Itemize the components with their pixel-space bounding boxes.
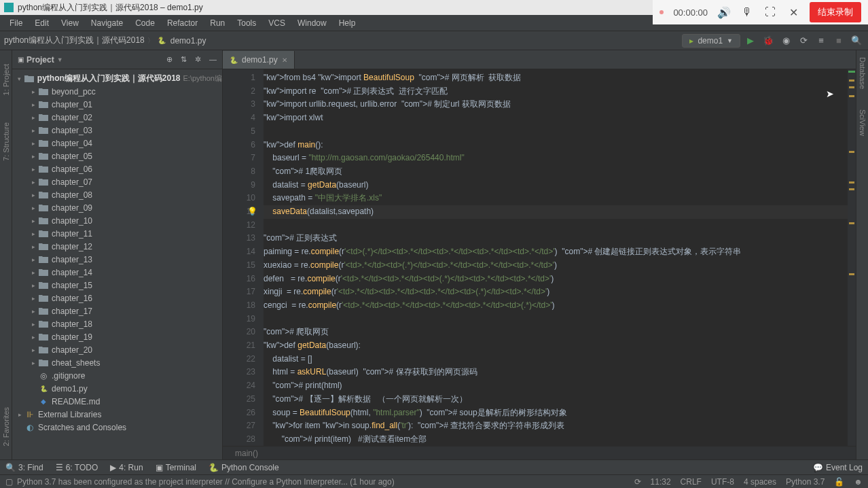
status-update-icon[interactable]: ⟳ [634, 477, 641, 487]
status-interpreter[interactable]: Python 3.7 [786, 477, 825, 487]
code-line[interactable]: "kw">from bs4 "kw">import BeautifulSoup … [264, 71, 848, 85]
fullscreen-icon[interactable]: ⛶ [763, 5, 777, 19]
tree-folder-chapter_11[interactable]: ▸chapter_11 [12, 227, 222, 240]
code-line[interactable]: "kw">import re "com"># 正则表达式 进行文字匹配 [264, 85, 848, 99]
tree-folder-chapter_09[interactable]: ▸chapter_09 [12, 201, 222, 214]
bottom-tab-todo[interactable]: ☰6: TODO [56, 463, 98, 472]
status-position[interactable]: 11:32 [651, 477, 671, 487]
hide-icon[interactable]: — [209, 55, 217, 64]
run-config-select[interactable]: ▸ demo1 ▼ [682, 34, 740, 48]
left-tab-project[interactable]: 1: Project [2, 64, 10, 95]
attach-button[interactable]: ≡ [814, 33, 829, 48]
code-line[interactable]: saveData(datalist,savepath) [264, 205, 848, 219]
code-line[interactable]: "com"># 【逐一】解析数据 （一个网页就解析一次） [264, 393, 848, 406]
close-recorder-icon[interactable]: ✕ [786, 5, 800, 19]
coverage-button[interactable]: ◉ [778, 33, 793, 48]
expand-icon[interactable]: ⇅ [181, 55, 187, 64]
status-notification-icon[interactable]: ▢ [5, 477, 13, 487]
tree-folder-chapter_12[interactable]: ▸chapter_12 [12, 240, 222, 253]
tree-folder-chapter_01[interactable]: ▸chapter_01 [12, 98, 222, 111]
code-line[interactable]: html = askURL(baseurl) "com"># 保存获取到的网页源… [264, 366, 848, 379]
tree-folder-chapter_16[interactable]: ▸chapter_16 [12, 292, 222, 304]
tree-folder-chapter_14[interactable]: ▸chapter_14 [12, 266, 222, 279]
tree-folder-chapter_18[interactable]: ▸chapter_18 [12, 317, 222, 330]
tree-root[interactable]: ▾python编程从入门到实践｜源代码2018E:\python编 [12, 72, 222, 85]
code-line[interactable]: "kw">def getData(baseurl): [264, 339, 848, 353]
code-line[interactable]: "com"># 正则表达式 [264, 232, 848, 245]
code-line[interactable]: xuexiao = re.compile(r'<td>.*</td><td>(.… [264, 259, 848, 273]
code-line[interactable]: datalist = [] [264, 353, 848, 366]
bottom-tab-run[interactable]: ▶4: Run [110, 463, 143, 472]
code-line[interactable]: "kw">import xlwt [264, 111, 848, 125]
code-line[interactable]: "kw">import urllib.request, urllib.error… [264, 98, 848, 111]
right-tab-sciview[interactable]: SciView [858, 109, 867, 136]
code-line[interactable]: paiming = re.compile(r'<td>(.*)</td><td>… [264, 245, 848, 259]
code-line[interactable]: cengci = re.compile(r'<td>.*</td><td>.*<… [264, 299, 848, 313]
debug-button[interactable]: 🐞 [761, 33, 776, 48]
intention-bulb-icon[interactable]: 💡 [247, 205, 257, 219]
tree-folder-chapter_17[interactable]: ▸chapter_17 [12, 304, 222, 317]
menu-file[interactable]: File [4, 17, 28, 29]
menu-code[interactable]: Code [130, 17, 160, 29]
tree-folder-chapter_07[interactable]: ▸chapter_07 [12, 175, 222, 188]
menu-run[interactable]: Run [204, 17, 230, 29]
status-readonly-icon[interactable]: 🔓 [834, 477, 844, 487]
run-button[interactable]: ▶ [743, 33, 758, 48]
code-line[interactable] [264, 313, 848, 326]
tree-file-.gitignore[interactable]: ◎.gitignore [12, 369, 222, 382]
code-line[interactable]: xingji = re.compile(r'<td>.*</td><td>.*<… [264, 285, 848, 299]
menu-window[interactable]: Window [292, 17, 332, 29]
status-encoding[interactable]: UTF-8 [711, 477, 734, 487]
code-line[interactable]: "com"># print(html) [264, 379, 848, 393]
left-tab-favorites[interactable]: 2: Favorites [2, 407, 10, 446]
menu-view[interactable]: View [56, 17, 84, 29]
code-line[interactable] [264, 219, 848, 232]
menu-navigate[interactable]: Navigate [86, 17, 128, 29]
tree-folder-cheat_sheets[interactable]: ▸cheat_sheets [12, 356, 222, 369]
settings-icon[interactable]: ✲ [195, 55, 201, 64]
tree-folder-chapter_06[interactable]: ▸chapter_06 [12, 162, 222, 175]
code-line[interactable]: savepath = "中国大学排名.xls" [264, 192, 848, 205]
breadcrumb-root[interactable]: python编程从入门到实践｜源代码2018 [4, 35, 145, 46]
bottom-tab-eventlog[interactable]: 💬Event Log [813, 463, 863, 472]
menu-help[interactable]: Help [333, 17, 361, 29]
project-tree[interactable]: ▾python编程从入门到实践｜源代码2018E:\python编▸beyond… [12, 69, 222, 459]
code-line[interactable]: "kw">for item "kw">in soup.find_all('tr'… [264, 419, 848, 433]
tree-file-README.md[interactable]: ◆README.md [12, 395, 222, 408]
menu-refactor[interactable]: Refactor [162, 17, 203, 29]
editor-tab[interactable]: 🐍 demo1.py ✕ [223, 51, 295, 69]
status-hector-icon[interactable]: ☻ [854, 477, 863, 487]
tree-folder-chapter_20[interactable]: ▸chapter_20 [12, 343, 222, 356]
code-line[interactable]: "kw">def main(): [264, 139, 848, 152]
bottom-tab-python-console[interactable]: 🐍Python Console [209, 463, 279, 472]
breadcrumb-file[interactable]: demo1.py [170, 36, 206, 46]
tree-folder-chapter_03[interactable]: ▸chapter_03 [12, 124, 222, 137]
status-line-sep[interactable]: CRLF [681, 477, 702, 487]
chevron-down-icon[interactable]: ▼ [57, 56, 63, 63]
tree-folder-chapter_15[interactable]: ▸chapter_15 [12, 279, 222, 292]
menu-edit[interactable]: Edit [29, 17, 54, 29]
code-line[interactable]: defen = re.compile(r'<td>.*</td><td>.*</… [264, 273, 848, 286]
code-line[interactable]: "com"># 爬取网页 [264, 326, 848, 339]
code-line[interactable]: datalist = getData(baseurl) [264, 179, 848, 192]
left-tab-structure[interactable]: 7: Structure [2, 122, 10, 161]
bottom-tab-find[interactable]: 🔍3: Find [5, 463, 43, 472]
locate-icon[interactable]: ⊕ [166, 55, 173, 64]
code-line[interactable]: "com"># 1爬取网页 [264, 165, 848, 179]
tree-folder-chapter_05[interactable]: ▸chapter_05 [12, 150, 222, 162]
code-line[interactable] [264, 125, 848, 139]
mic-icon[interactable]: 🎙 [740, 5, 754, 19]
speaker-icon[interactable]: 🔊 [717, 5, 731, 19]
tree-scratches[interactable]: ◐Scratches and Consoles [12, 421, 222, 434]
code-area[interactable]: "kw">from bs4 "kw">import BeautifulSoup … [264, 69, 848, 446]
tree-folder-chapter_10[interactable]: ▸chapter_10 [12, 214, 222, 227]
close-tab-icon[interactable]: ✕ [282, 56, 287, 64]
menu-tools[interactable]: Tools [232, 17, 261, 29]
tree-folder-chapter_08[interactable]: ▸chapter_08 [12, 188, 222, 201]
tree-file-demo1.py[interactable]: 🐍demo1.py [12, 382, 222, 395]
stop-button[interactable]: ■ [831, 33, 846, 48]
tree-folder-chapter_13[interactable]: ▸chapter_13 [12, 253, 222, 266]
tree-folder-beyond_pcc[interactable]: ▸beyond_pcc [12, 85, 222, 98]
code-line[interactable]: baseurl = "http://m.gaosan.com/gaokao/26… [264, 152, 848, 165]
end-record-button[interactable]: 结束录制 [810, 2, 861, 22]
